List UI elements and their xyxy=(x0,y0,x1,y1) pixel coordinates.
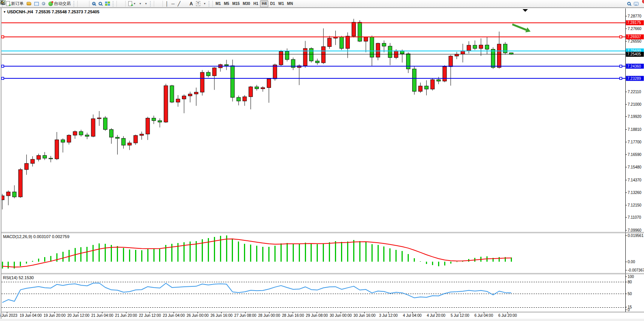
cursor-tool-button[interactable] xyxy=(155,0,158,7)
periods-button[interactable]: ▼ xyxy=(137,0,143,7)
chevron-down-icon: ▼ xyxy=(133,2,136,5)
svg-text:7.11070: 7.11070 xyxy=(628,215,641,219)
auto-scroll-button[interactable] xyxy=(118,0,121,7)
toolbar-grip[interactable] xyxy=(113,1,114,6)
vertical-line-tool-button[interactable]: │ xyxy=(164,0,170,7)
toolbar-grip[interactable] xyxy=(150,1,151,6)
svg-text:19 Jun 20:00: 19 Jun 20:00 xyxy=(43,313,65,318)
new-order-button[interactable]: + 新订单 xyxy=(5,0,25,7)
svg-text:6 Jul 04:00: 6 Jul 04:00 xyxy=(475,313,493,318)
arrows-tool-button[interactable]: ▼ xyxy=(202,0,207,7)
ohlc-values: 7.25535 7.25548 7.25373 7.25405 xyxy=(35,10,99,14)
zoom-in-icon: + xyxy=(92,2,96,5)
chart-menu-arrow-icon[interactable]: ▼ xyxy=(3,10,6,14)
svg-text:30 Jun 16:00: 30 Jun 16:00 xyxy=(354,313,376,318)
search-icon xyxy=(627,2,631,5)
svg-text:26 Jun 16:00: 26 Jun 16:00 xyxy=(210,313,233,318)
new-order-label: 新订单 xyxy=(11,1,24,6)
candlestick-mode-button[interactable] xyxy=(82,0,85,7)
signals-button[interactable] xyxy=(40,0,47,7)
chevron-down-icon: ▼ xyxy=(139,2,142,5)
timeframe-mn-button[interactable]: MN xyxy=(285,0,295,7)
autotrading-button[interactable]: 自动交易 xyxy=(47,0,72,7)
notification-badge: 1 xyxy=(642,0,644,3)
autotrading-label: 自动交易 xyxy=(54,1,71,6)
chart-window: 7.281757.269377.256997.243607.232897.254… xyxy=(0,8,644,321)
zoom-in-button[interactable]: + xyxy=(91,0,97,7)
price-chart-canvas[interactable]: 7.281757.269377.256997.243607.232897.254… xyxy=(0,8,644,321)
tile-windows-icon xyxy=(105,2,110,6)
timeframe-h4-button[interactable]: H4 xyxy=(260,0,268,7)
svg-text:6 Jul 20:00: 6 Jul 20:00 xyxy=(498,313,517,318)
svg-text:0.00: 0.00 xyxy=(628,260,635,264)
timeframe-m30-button[interactable]: M30 xyxy=(241,0,252,7)
svg-text:26 Jun 00:00: 26 Jun 00:00 xyxy=(187,313,209,318)
macd-signal-value: 0.002759 xyxy=(52,234,69,239)
svg-text:7.16590: 7.16590 xyxy=(628,153,642,157)
svg-text:29 Jun 08:00: 29 Jun 08:00 xyxy=(306,313,328,318)
svg-text:7.21000: 7.21000 xyxy=(628,102,642,106)
toolbar-grip[interactable] xyxy=(209,1,210,6)
market-watch-icon xyxy=(34,2,39,6)
svg-text:7.19920: 7.19920 xyxy=(628,114,642,119)
svg-text:21 Jun 04:00: 21 Jun 04:00 xyxy=(91,313,113,318)
svg-text:7.09960: 7.09960 xyxy=(628,228,642,232)
timeframe-m5-button[interactable]: M5 xyxy=(222,0,231,7)
svg-text:0.019561: 0.019561 xyxy=(628,234,644,238)
fibonacci-tool-button[interactable]: F xyxy=(185,0,188,7)
svg-text:7.25405: 7.25405 xyxy=(627,52,641,56)
symbol-quote-header: ▼USDCNH-,H4 7.25535 7.25548 7.25373 7.25… xyxy=(3,10,99,14)
svg-text:19 Jun 04:00: 19 Jun 04:00 xyxy=(20,313,42,318)
toolbar-grip[interactable] xyxy=(73,1,75,6)
svg-text:7.13260: 7.13260 xyxy=(628,191,642,195)
timeframe-d1-button[interactable]: D1 xyxy=(268,0,277,7)
macd-value: 0.003107 xyxy=(33,234,51,239)
timeframe-w1-button[interactable]: W1 xyxy=(277,0,285,7)
text-label-tool-button[interactable]: T xyxy=(194,0,202,7)
chevron-down-icon: ▼ xyxy=(145,2,147,5)
trendline-tool-button[interactable]: ╱ xyxy=(176,0,182,7)
arrows-icon xyxy=(0,0,5,5)
svg-text:7.17700: 7.17700 xyxy=(628,140,642,144)
svg-text:80: 80 xyxy=(628,280,632,284)
rsi-pane-title: RSI(14) 52.1530 xyxy=(3,275,34,280)
svg-text:5 Jul 12:00: 5 Jul 12:00 xyxy=(451,313,469,318)
bar-chart-mode-button[interactable] xyxy=(79,0,82,7)
new-order-icon: + xyxy=(6,1,10,6)
svg-text:7.18810: 7.18810 xyxy=(628,127,642,132)
indicators-button[interactable]: +▼ xyxy=(127,0,137,7)
tile-windows-button[interactable] xyxy=(104,0,112,7)
wallet-icon xyxy=(27,2,31,5)
timeframe-h1-button[interactable]: H1 xyxy=(252,0,260,7)
text-tool-button[interactable]: A xyxy=(188,0,194,7)
autotrading-icon xyxy=(48,2,53,6)
search-button[interactable] xyxy=(626,0,632,7)
svg-text:23 Jun 04:00: 23 Jun 04:00 xyxy=(163,313,185,318)
horizontal-line-tool-button[interactable]: ─ xyxy=(170,0,176,7)
timeframe-m15-button[interactable]: M15 xyxy=(231,0,241,7)
timeframe-m1-button[interactable]: M1 xyxy=(214,0,222,7)
zoom-out-button[interactable]: - xyxy=(97,0,104,7)
svg-text:7.14370: 7.14370 xyxy=(628,178,642,182)
chart-shift-button[interactable] xyxy=(121,0,124,7)
signals-icon xyxy=(42,2,45,5)
line-chart-mode-button[interactable] xyxy=(85,0,88,7)
svg-text:22 Jun 12:00: 22 Jun 12:00 xyxy=(139,313,161,318)
zoom-out-icon: - xyxy=(99,2,102,5)
channel-tool-button[interactable]: E xyxy=(182,0,185,7)
crosshair-tool-button[interactable] xyxy=(158,0,161,7)
depth-of-market-button[interactable] xyxy=(25,0,33,7)
macd-pane-title: MACD(12,26,9) 0.003107 0.002759 xyxy=(3,234,69,239)
templates-button[interactable]: ▼ xyxy=(143,0,149,7)
svg-text:7.15480: 7.15480 xyxy=(628,165,642,169)
svg-text:7.26937: 7.26937 xyxy=(627,35,641,39)
vertical-line-icon: │ xyxy=(166,1,169,6)
notifications-button[interactable]: 1 xyxy=(632,0,640,7)
svg-text:7.22110: 7.22110 xyxy=(628,90,641,94)
svg-text:4 Jul 20:00: 4 Jul 20:00 xyxy=(427,313,445,318)
svg-text:7.28770: 7.28770 xyxy=(628,14,642,18)
svg-text:27 Jun 08:00: 27 Jun 08:00 xyxy=(234,313,257,318)
svg-text:28 Jun 00:00: 28 Jun 00:00 xyxy=(258,313,280,318)
market-watch-button[interactable] xyxy=(33,0,40,7)
svg-text:50: 50 xyxy=(628,292,632,296)
